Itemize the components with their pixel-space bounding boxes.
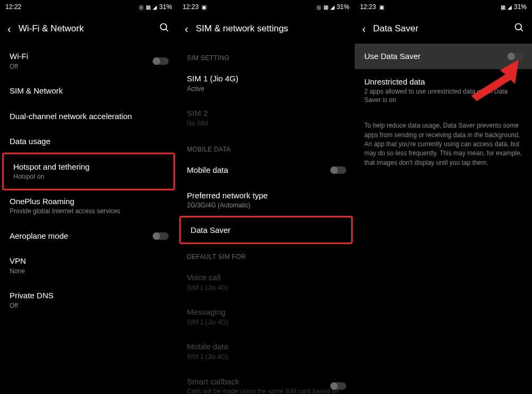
row-title: Messaging [187, 307, 345, 317]
row-sub: Off [10, 63, 168, 71]
screenshot-icon: ▣ [202, 4, 206, 10]
screenshot-icon: ▣ [379, 4, 384, 10]
row-sub: SIM 1 (Jio 4G) [187, 353, 345, 362]
search-icon[interactable] [159, 22, 170, 36]
section-default-sim: DEFAULT SIM FOR [177, 242, 354, 265]
row-title: Mobile data [187, 165, 345, 175]
status-bar: 12:22 ◎ ▦ ◢ 31% [0, 0, 177, 14]
status-battery: 31% [514, 3, 527, 11]
volte-icon: ▦ [501, 4, 505, 10]
row-title: Aeroplane mode [10, 231, 168, 241]
row-title: Voice call [187, 272, 345, 283]
volte-icon: ▦ [146, 4, 151, 10]
row-private-dns[interactable]: Private DNS Off [0, 283, 177, 317]
status-bar: 12:23 ▣ ▦ ◢ 31% [355, 0, 532, 14]
search-icon[interactable] [514, 22, 525, 36]
row-smart-callback: Smart callback Calls will be made using … [177, 369, 354, 394]
back-icon[interactable]: ‹ [185, 23, 188, 35]
back-icon[interactable]: ‹ [7, 23, 11, 35]
svg-point-0 [161, 23, 167, 30]
row-title: Preferred network type [187, 190, 345, 201]
row-sub: Provide global Internet access services [10, 207, 168, 216]
row-sim2: SIM 2 No SIM [177, 100, 354, 135]
row-title: Unrestricted data [364, 77, 522, 87]
signal-icon: ◢ [330, 4, 335, 10]
hotspot-icon: ◎ [139, 4, 144, 10]
signal-icon: ◢ [153, 4, 157, 10]
mobile-data-toggle[interactable] [330, 166, 346, 174]
row-vpn[interactable]: VPN None [0, 248, 177, 283]
row-mobile-data-default: Mobile data SIM 1 (Jio 4G) [177, 334, 354, 368]
row-sim-network[interactable]: SIM & Network [0, 78, 177, 104]
header: ‹ Data Saver [355, 14, 532, 44]
row-sub: SIM 1 (Jio 4G) [187, 284, 345, 292]
section-sim-setting: SIM SETTING [177, 44, 354, 66]
row-sub: None [10, 267, 168, 276]
row-title: Wi-Fi [10, 51, 168, 62]
svg-line-3 [520, 29, 522, 31]
page-title: Wi-Fi & Network [19, 23, 152, 34]
row-title: SIM & Network [10, 86, 168, 96]
back-icon[interactable]: ‹ [362, 23, 366, 35]
row-aeroplane-mode[interactable]: Aeroplane mode [0, 223, 177, 249]
status-battery: 31% [337, 3, 350, 11]
row-sim1[interactable]: SIM 1 (Jio 4G) Active [177, 66, 354, 100]
row-sub: Calls will be made using the same SIM ca… [187, 388, 345, 394]
data-saver-description: To help reduce data usage, Data Saver pr… [355, 112, 532, 177]
status-time: 12:23 [360, 3, 376, 11]
row-sub: SIM 1 (Jio 4G) [187, 318, 345, 327]
row-data-usage[interactable]: Data usage [0, 129, 177, 154]
svg-point-2 [515, 23, 521, 30]
row-title: Data usage [10, 136, 168, 147]
aeroplane-toggle[interactable] [153, 232, 169, 240]
volte-icon: ▦ [323, 4, 328, 10]
signal-icon: ◢ [508, 4, 512, 10]
screen-data-saver: 12:23 ▣ ▦ ◢ 31% ‹ Data Saver Use Data Sa… [355, 0, 532, 394]
row-hotspot-tethering[interactable]: Hotspot and tethering Hotspot on [2, 153, 175, 190]
status-time: 12:22 [5, 3, 21, 11]
status-bar: 12:23 ▣ ◎ ▦ ◢ 31% [177, 0, 354, 14]
smart-callback-toggle [330, 382, 346, 390]
row-messaging: Messaging SIM 1 (Jio 4G) [177, 299, 354, 334]
page-title: SIM & network settings [196, 23, 347, 34]
row-use-data-saver[interactable]: Use Data Saver [355, 44, 532, 69]
status-time: 12:23 [182, 3, 198, 11]
section-mobile-data: MOBILE DATA [177, 135, 354, 157]
row-sub: Off [10, 302, 168, 311]
row-data-saver[interactable]: Data Saver [179, 216, 352, 245]
row-sub: 2G/3G/4G (Automatic) [187, 202, 345, 210]
row-title: Mobile data [187, 341, 345, 352]
data-saver-toggle[interactable] [508, 53, 523, 60]
row-title: SIM 2 [187, 108, 345, 119]
row-title: Hotspot and tethering [13, 162, 164, 172]
row-title: Use Data Saver [364, 51, 522, 62]
row-sub: Hotspot on [13, 173, 164, 181]
screen-sim-settings: 12:23 ▣ ◎ ▦ ◢ 31% ‹ SIM & network settin… [177, 0, 354, 394]
header: ‹ SIM & network settings [177, 14, 354, 44]
header: ‹ Wi-Fi & Network [0, 14, 177, 44]
row-wifi[interactable]: Wi-Fi Off [0, 44, 177, 78]
row-sub: 2 apps allowed to use unrestricted data … [364, 88, 522, 104]
row-title: Data Saver [190, 225, 341, 236]
row-title: VPN [10, 256, 168, 266]
row-preferred-network[interactable]: Preferred network type 2G/3G/4G (Automat… [177, 183, 354, 217]
status-battery: 31% [159, 3, 172, 11]
hotspot-icon: ◎ [317, 4, 321, 10]
row-sub: No SIM [187, 120, 345, 128]
svg-line-1 [166, 29, 168, 31]
wifi-toggle[interactable] [153, 57, 169, 65]
row-title: Private DNS [10, 290, 168, 301]
row-sub: Active [187, 85, 345, 94]
screen-wifi-network: 12:22 ◎ ▦ ◢ 31% ‹ Wi-Fi & Network Wi-Fi … [0, 0, 177, 394]
row-voice-call: Voice call SIM 1 (Jio 4G) [177, 265, 354, 299]
row-mobile-data[interactable]: Mobile data [177, 157, 354, 183]
row-title: OnePlus Roaming [10, 196, 168, 207]
row-title: Dual-channel network acceleration [10, 111, 168, 122]
row-dual-channel[interactable]: Dual-channel network acceleration [0, 104, 177, 129]
row-title: SIM 1 (Jio 4G) [187, 73, 345, 84]
page-title: Data Saver [373, 23, 506, 34]
row-title: Smart callback [187, 376, 345, 387]
row-unrestricted-data[interactable]: Unrestricted data 2 apps allowed to use … [355, 69, 532, 112]
row-oneplus-roaming[interactable]: OnePlus Roaming Provide global Internet … [0, 189, 177, 223]
